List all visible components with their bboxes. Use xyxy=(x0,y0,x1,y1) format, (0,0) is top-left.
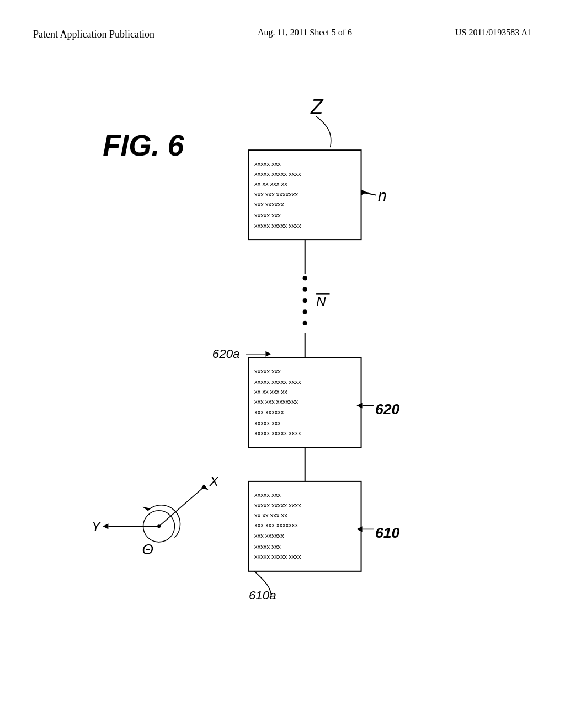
figure-svg: FIG. 6 Z xxxxx xxx xxxxx xxxxx xxxx xx x… xyxy=(28,83,537,700)
mid-box-text-4: xxx xxx xxxxxxx xyxy=(254,398,298,405)
bot-box-text-1: xxxxx xxx xyxy=(254,491,281,498)
page-header: Patent Application Publication Aug. 11, … xyxy=(0,28,565,41)
figure-label: FIG. 6 xyxy=(103,129,184,162)
mid-box-text-6: xxxxx xxx xyxy=(254,420,281,426)
label-theta: Θ xyxy=(142,541,153,558)
dot-3 xyxy=(303,298,307,303)
label-y: Y xyxy=(92,519,102,534)
top-box-text-3: xx xx xxx xx xyxy=(254,180,287,187)
z-arrow xyxy=(316,116,331,147)
label-610: 610 xyxy=(375,524,399,541)
top-box-text-2: xxxxx xxxxx xxxx xyxy=(254,170,301,177)
bot-box-text-3: xx xx xxx xx xyxy=(254,512,287,518)
dot-1 xyxy=(303,276,307,280)
diagram-area: FIG. 6 Z xxxxx xxx xxxxx xxxxx xxxx xx x… xyxy=(28,83,537,700)
label-n: n xyxy=(378,186,387,204)
label-620a: 620a xyxy=(212,347,240,361)
label-610a: 610a xyxy=(249,588,276,602)
bot-box-text-4: xxx xxx xxxxxxx xyxy=(254,522,298,528)
top-box-text-1: xxxxx xxx xyxy=(254,160,281,167)
dot-5 xyxy=(303,321,307,325)
bot-box-text-5: xxx xxxxxx xyxy=(254,532,284,539)
dot-4 xyxy=(303,309,307,314)
bot-box-text-6: xxxxx xxx xyxy=(254,543,281,550)
label-x: X xyxy=(209,474,220,489)
top-box-text-4: xxx xxx xxxxxxx xyxy=(254,191,298,197)
publication-title: Patent Application Publication xyxy=(33,28,154,41)
patent-number: US 2011/0193583 A1 xyxy=(455,28,532,38)
mid-box-text-7: xxxxx xxxxx xxxx xyxy=(254,430,301,436)
sheet-info: Aug. 11, 2011 Sheet 5 of 6 xyxy=(258,28,352,38)
n-arrowhead xyxy=(361,189,367,195)
mid-box-text-1: xxxxx xxx xyxy=(254,368,281,374)
mid-box-text-3: xx xx xxx xx xyxy=(254,388,287,395)
label-N-subscript: N xyxy=(316,294,326,309)
theta-arc-arrow xyxy=(142,507,150,511)
620a-arrowhead xyxy=(265,351,271,357)
bot-box-text-2: xxxxx xxxxx xxxx xyxy=(254,502,301,508)
y-axis-arrow xyxy=(103,523,108,529)
mid-box-text-2: xxxxx xxxxx xxxx xyxy=(254,378,301,385)
bot-box-text-7: xxxxx xxxxx xxxx xyxy=(254,553,301,560)
top-box-text-7: xxxxx xxxxx xxxx xyxy=(254,222,301,229)
top-box-text-5: xxx xxxxxx xyxy=(254,201,284,207)
mid-box-text-5: xxx xxxxxx xyxy=(254,409,284,415)
x-axis-line xyxy=(159,487,204,526)
dot-2 xyxy=(303,287,307,292)
label-z: Z xyxy=(310,95,324,118)
top-box-text-6: xxxxx xxx xyxy=(254,212,281,218)
label-620: 620 xyxy=(375,401,399,417)
